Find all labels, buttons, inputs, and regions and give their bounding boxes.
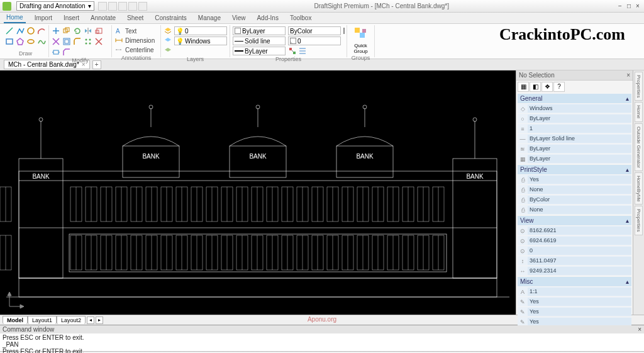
color-swatch-yellow[interactable] bbox=[343, 28, 345, 34]
section-misc-header[interactable]: Misc▴ bbox=[518, 277, 631, 286]
arc-icon[interactable] bbox=[37, 26, 46, 35]
prop-row[interactable]: ⎙ByColor bbox=[518, 195, 631, 205]
tab-toolbox[interactable]: Toolbox bbox=[287, 13, 314, 23]
prop-row[interactable]: ↔9249.2314 bbox=[518, 266, 631, 276]
layout2-tab[interactable]: Layout2 bbox=[57, 316, 86, 324]
command-lines[interactable]: Press ESC or ENTER to exit. _PAN Press E… bbox=[0, 333, 644, 353]
tab-constraints[interactable]: Constraints bbox=[152, 13, 189, 23]
stretch-icon[interactable] bbox=[52, 48, 60, 57]
prop-row[interactable]: ≋ByLayer bbox=[518, 144, 631, 154]
tab-home[interactable]: Home bbox=[4, 13, 26, 23]
prop-row[interactable]: ≡1 bbox=[518, 124, 631, 133]
polyline-icon[interactable] bbox=[16, 26, 25, 35]
prop-row[interactable]: ✎Yes bbox=[518, 297, 631, 306]
prop-row[interactable]: ⊙6924.6619 bbox=[518, 236, 631, 245]
prop-row[interactable]: ↕3611.0497 bbox=[518, 256, 631, 266]
dimension-button[interactable]: Dimension bbox=[114, 36, 158, 45]
qat-save-icon[interactable] bbox=[118, 2, 127, 11]
layout1-tab[interactable]: Layout1 bbox=[28, 316, 57, 324]
move-icon[interactable] bbox=[52, 26, 60, 35]
tab-import[interactable]: Import bbox=[32, 13, 55, 23]
qat-redo-icon[interactable] bbox=[138, 2, 147, 11]
circle-icon[interactable] bbox=[26, 26, 35, 35]
layer-selector-windows[interactable]: 💡 Windows bbox=[174, 36, 227, 45]
text-button[interactable]: A Text bbox=[114, 26, 158, 35]
transparency-selector[interactable]: 0 bbox=[288, 36, 341, 45]
color-selector[interactable]: ByLayer bbox=[233, 26, 286, 35]
mirror-icon[interactable] bbox=[84, 26, 92, 35]
maximize-button[interactable]: □ bbox=[625, 3, 633, 9]
sidetab-properties2[interactable]: Properties bbox=[635, 206, 643, 235]
ribbon-group-groups: Quick Group Groups bbox=[347, 25, 375, 57]
prop-row-value: 1 bbox=[528, 125, 631, 133]
explode-icon[interactable] bbox=[94, 37, 103, 46]
bycolor-selector[interactable]: ByColor bbox=[288, 26, 341, 35]
drawing-canvas[interactable]: BANK BANK BANK BANK BANK bbox=[0, 70, 516, 315]
prop-row[interactable]: —ByLayer Solid line bbox=[518, 134, 631, 143]
centerline-button[interactable]: Centerline bbox=[114, 45, 158, 54]
quick-group-icon[interactable] bbox=[353, 26, 369, 42]
model-tab[interactable]: Model bbox=[3, 316, 28, 324]
prop-tool-2[interactable]: ◧ bbox=[530, 82, 541, 92]
minimize-button[interactable]: − bbox=[616, 3, 624, 9]
prop-row[interactable]: ✎Yes bbox=[518, 307, 631, 317]
cmdwin-close-icon[interactable]: × bbox=[638, 326, 641, 333]
tab-manage[interactable]: Manage bbox=[196, 13, 223, 23]
prop-row[interactable]: ⎙Yes bbox=[518, 175, 631, 184]
tab-annotate[interactable]: Annotate bbox=[88, 13, 118, 23]
qat-undo-icon[interactable] bbox=[128, 2, 137, 11]
tab-addins[interactable]: Add-Ins bbox=[254, 13, 280, 23]
tab-view[interactable]: View bbox=[230, 13, 248, 23]
prop-row[interactable]: ○ByLayer bbox=[518, 114, 631, 123]
chamfer-icon[interactable] bbox=[62, 48, 71, 57]
prop-row[interactable]: ⊙0 bbox=[518, 246, 631, 255]
tab-scroll-left-icon[interactable]: ◂ bbox=[87, 317, 94, 324]
offset-icon[interactable] bbox=[62, 37, 71, 46]
prop-tool-3[interactable]: ❖ bbox=[541, 82, 553, 92]
polygon-icon[interactable] bbox=[16, 37, 25, 46]
prop-row[interactable]: A1:1 bbox=[518, 287, 631, 296]
section-general-header[interactable]: General▴ bbox=[518, 94, 631, 103]
prop-row[interactable]: ⎙None bbox=[518, 205, 631, 215]
tab-sheet[interactable]: Sheet bbox=[125, 13, 146, 23]
array-icon[interactable] bbox=[84, 37, 92, 46]
section-view-header[interactable]: View▴ bbox=[518, 216, 631, 225]
qat-open-icon[interactable] bbox=[108, 2, 117, 11]
scale-icon[interactable] bbox=[94, 26, 103, 35]
sidetab-homebyme[interactable]: HomeByMe bbox=[635, 172, 643, 205]
sidetab-properties[interactable]: Properties bbox=[635, 72, 643, 101]
lineweight-selector[interactable]: ByLayer bbox=[233, 47, 286, 55]
rotate-icon[interactable] bbox=[73, 26, 82, 35]
prop-tool-help[interactable]: ? bbox=[553, 82, 565, 92]
list-icon[interactable] bbox=[298, 47, 307, 55]
layer-manager-icon[interactable] bbox=[164, 26, 172, 35]
line-icon[interactable] bbox=[5, 26, 14, 35]
linetype-selector[interactable]: Solid line bbox=[233, 36, 286, 45]
close-button[interactable]: × bbox=[634, 3, 641, 9]
copy-icon[interactable] bbox=[62, 26, 71, 35]
tab-scroll-right-icon[interactable]: ▸ bbox=[96, 317, 103, 324]
fillet-icon[interactable] bbox=[73, 37, 82, 46]
trim-icon[interactable] bbox=[52, 37, 60, 46]
sidetab-home[interactable]: Home bbox=[635, 102, 643, 121]
layer-iso-icon[interactable] bbox=[164, 47, 172, 55]
qat-new-icon[interactable] bbox=[98, 2, 107, 11]
tab-insert[interactable]: Insert bbox=[61, 13, 82, 23]
layer-state-icon[interactable] bbox=[164, 36, 172, 45]
panel-close-icon[interactable]: × bbox=[626, 72, 630, 79]
layer-selector-0[interactable]: 💡 0 bbox=[174, 26, 227, 35]
spline-icon[interactable] bbox=[37, 37, 46, 46]
prop-row[interactable]: ⎙None bbox=[518, 185, 631, 194]
prop-row[interactable]: ▦ByLayer bbox=[518, 154, 631, 164]
section-printstyle-header[interactable]: PrintStyle▴ bbox=[518, 165, 631, 174]
ellipse-icon[interactable] bbox=[26, 37, 35, 46]
match-props-icon[interactable] bbox=[288, 47, 297, 55]
prop-tool-1[interactable]: ▦ bbox=[518, 82, 529, 92]
rectangle-icon[interactable] bbox=[5, 37, 14, 46]
sidetab-outside[interactable]: Outside Generator bbox=[635, 123, 643, 171]
prop-row[interactable]: ⊙8162.6921 bbox=[518, 226, 631, 235]
text-label: Text bbox=[125, 28, 136, 35]
workspace-selector[interactable]: Drafting and Annotation ▾ bbox=[16, 1, 94, 11]
svg-point-16 bbox=[89, 43, 91, 45]
prop-row[interactable]: ◇Windows bbox=[518, 104, 631, 113]
